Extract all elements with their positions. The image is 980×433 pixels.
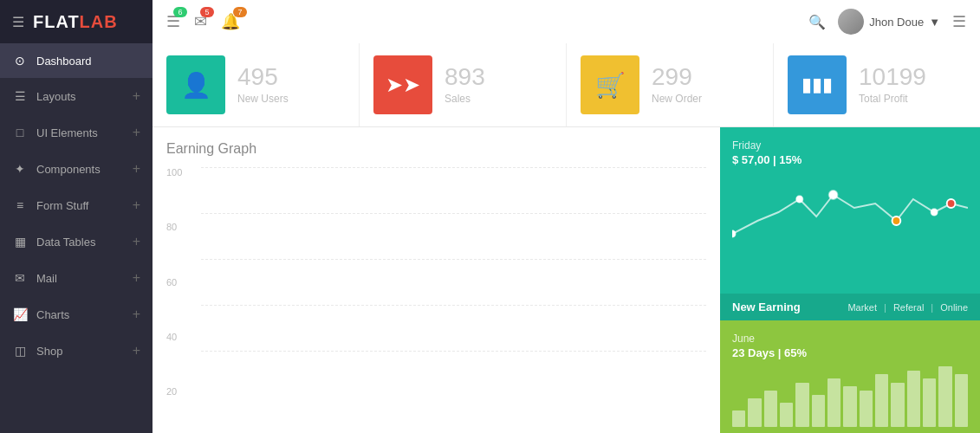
content-body: Earning Graph 100 80 60 40 (153, 127, 980, 433)
sales-icon-box: ➤➤ (373, 55, 432, 114)
nav-label: Form Stuff (36, 199, 88, 212)
profit-icon: ▮▮▮ (802, 74, 833, 96)
mail-icon[interactable]: ✉ 5 (194, 12, 207, 31)
sidebar-logo: FLATLAB (33, 12, 118, 32)
orders-number: 299 (652, 65, 702, 89)
nav-icon: 📈 (12, 307, 28, 321)
orders-icon-box: 🛒 (581, 55, 639, 114)
sidebar-item-form-stuff[interactable]: ≡ Form Stuff + (0, 187, 153, 223)
sep-1: | (884, 302, 886, 313)
earning-panel: Friday $ 57,00 | 15% New Earning (720, 127, 980, 320)
topbar-left: ☰ 6 ✉ 5 🔔 7 (166, 12, 240, 31)
nav-plus-icon: + (133, 161, 140, 177)
earning-day: Friday (732, 139, 968, 152)
nav-plus-icon: + (133, 270, 140, 286)
mini-bar-12 (923, 378, 936, 427)
sidebar-item-dashboard[interactable]: ⊙ Dashboard (0, 43, 153, 78)
nav-item-left: ✦ Components (12, 162, 101, 176)
svg-point-5 (947, 199, 956, 208)
profit-label: Total Profit (859, 93, 926, 105)
nav-item-left: 📈 Charts (12, 307, 69, 321)
grid-line-80 (201, 213, 706, 214)
profit-stat-info: 10199 Total Profit (859, 65, 926, 105)
grid-line-60 (201, 259, 706, 260)
sales-number: 893 (445, 65, 485, 89)
sales-panel: June 23 Days | 65% (720, 320, 980, 433)
mini-bar-8 (860, 391, 873, 427)
grid-line-100 (201, 167, 706, 168)
sidebar-item-data-tables[interactable]: ▦ Data Tables + (0, 223, 153, 260)
grid-line-40 (201, 305, 706, 306)
stats-row: 👤 495 New Users ➤➤ 893 Sales 🛒 (153, 43, 980, 127)
nav-label: Charts (36, 308, 69, 321)
stat-card-profit: ▮▮▮ 10199 Total Profit (774, 43, 980, 126)
mini-bar-3 (780, 403, 793, 427)
sales-value: 23 Days | 65% (732, 346, 968, 359)
mini-bar-1 (748, 398, 761, 427)
search-icon[interactable]: 🔍 (808, 14, 826, 30)
topbar: ☰ 6 ✉ 5 🔔 7 🔍 Jhon Doue ▼ ☰ (153, 0, 980, 43)
sidebar-item-ui-elements[interactable]: □ UI Elements + (0, 114, 153, 151)
sep-2: | (931, 302, 933, 313)
orders-label: New Order (652, 93, 702, 105)
chart-area: 100 80 60 40 20 (166, 167, 706, 414)
sidebar-navigation: ⊙ Dashboard ☰ Layouts + □ UI Elements + … (0, 43, 153, 433)
nav-item-left: ⊙ Dashboard (12, 54, 92, 68)
users-icon: 👤 (181, 71, 211, 100)
orders-stat-info: 299 New Order (652, 65, 702, 105)
market-link[interactable]: Market (847, 302, 877, 313)
referal-link[interactable]: Referal (893, 302, 924, 313)
svg-point-0 (829, 191, 838, 199)
svg-point-3 (931, 209, 938, 216)
stat-card-sales: ➤➤ 893 Sales (360, 43, 567, 126)
mini-bar-0 (732, 410, 745, 427)
hamburger-icon[interactable]: ☰ (12, 14, 24, 30)
sidebar-item-shop[interactable]: ◫ Shop + (0, 333, 153, 369)
sidebar-item-mail[interactable]: ✉ Mail + (0, 260, 153, 296)
y-label-20: 20 (166, 386, 198, 397)
content-area: 👤 495 New Users ➤➤ 893 Sales 🛒 (153, 43, 980, 433)
nav-icon: ☰ (12, 89, 28, 103)
y-label-80: 80 (166, 222, 198, 232)
nav-label: Shop (36, 345, 62, 358)
grid-line-20 (201, 351, 706, 352)
bell-icon[interactable]: 🔔 7 (221, 12, 240, 31)
nav-item-left: ◫ Shop (12, 344, 62, 358)
sidebar-item-components[interactable]: ✦ Components + (0, 151, 153, 187)
nav-label: UI Elements (36, 126, 98, 139)
sidebar-header: ☰ FLATLAB (0, 0, 153, 43)
sales-stat-info: 893 Sales (445, 65, 485, 105)
users-stat-info: 495 New Users (237, 65, 289, 105)
topbar-hamburger-icon[interactable]: ☰ (952, 12, 966, 31)
menu-badge: 6 (173, 7, 187, 17)
sidebar-item-layouts[interactable]: ☰ Layouts + (0, 78, 153, 114)
mini-bar-7 (843, 386, 856, 427)
right-panels: Friday $ 57,00 | 15% New Earning (720, 127, 980, 433)
logo-flat: FLAT (33, 12, 80, 31)
users-number: 495 (237, 65, 289, 89)
sidebar-item-charts[interactable]: 📈 Charts + (0, 296, 153, 333)
main-content: ☰ 6 ✉ 5 🔔 7 🔍 Jhon Doue ▼ ☰ (153, 0, 980, 433)
sales-label: Sales (445, 93, 485, 105)
mini-bar-2 (764, 391, 777, 427)
chart-section: Earning Graph 100 80 60 40 (153, 127, 720, 433)
svg-point-1 (796, 196, 803, 203)
logo-lab: LAB (80, 12, 118, 31)
nav-label: Layouts (36, 90, 76, 103)
mini-bar-10 (891, 383, 904, 427)
user-menu[interactable]: Jhon Doue ▼ (838, 9, 940, 35)
chart-grid (201, 167, 706, 397)
mini-bar-6 (827, 378, 840, 427)
users-label: New Users (237, 93, 289, 105)
online-link[interactable]: Online (940, 302, 968, 313)
nav-plus-icon: + (133, 343, 140, 359)
nav-plus-icon: + (133, 307, 140, 322)
menu-icon[interactable]: ☰ 6 (166, 12, 180, 31)
nav-item-left: □ UI Elements (12, 126, 98, 139)
mail-badge: 5 (200, 7, 214, 17)
mini-bar-5 (812, 395, 825, 427)
nav-label: Data Tables (36, 236, 95, 249)
avatar (838, 9, 864, 35)
y-label-100: 100 (166, 167, 198, 178)
mini-bar-4 (795, 383, 808, 427)
